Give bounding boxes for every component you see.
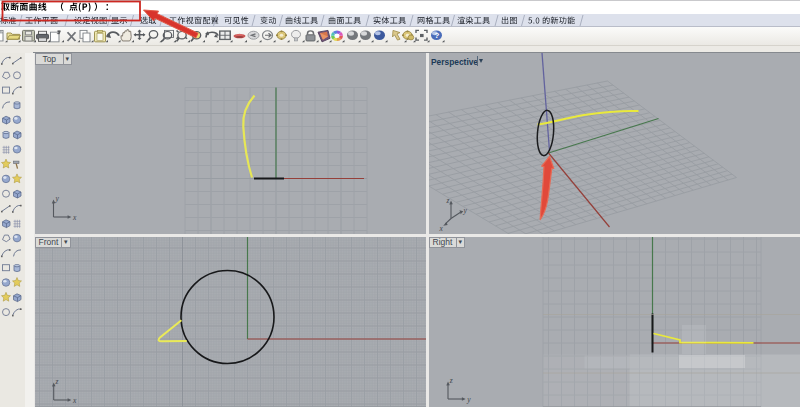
svg-text:x: x xyxy=(72,396,77,405)
svg-text:y: y xyxy=(55,194,60,203)
svg-text:y: y xyxy=(466,395,471,404)
svg-text:z: z xyxy=(445,196,449,205)
svg-text:x: x xyxy=(72,213,77,222)
svg-text:y: y xyxy=(462,206,467,215)
svg-text:x: x xyxy=(438,224,443,233)
svg-text:z: z xyxy=(55,377,59,386)
svg-text:z: z xyxy=(448,376,452,385)
